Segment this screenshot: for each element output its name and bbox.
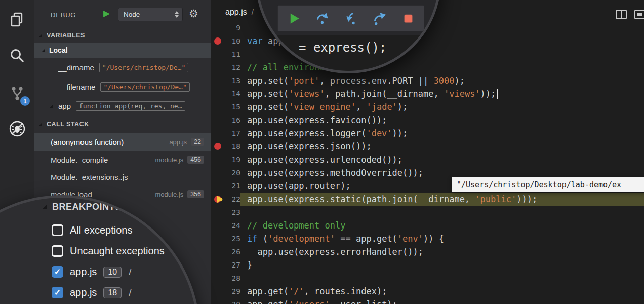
- breakpoint-checkbox[interactable]: [52, 245, 63, 257]
- code-line-content[interactable]: [240, 272, 644, 285]
- breakpoint-gutter[interactable]: [211, 179, 224, 193]
- callstack-section-header[interactable]: CALL STACK: [34, 116, 211, 133]
- code-line: 13app.set('port', process.env.PORT || 30…: [211, 74, 644, 87]
- code-token: , routes.index);: [304, 286, 387, 296]
- tab-app-js[interactable]: app.js /: [225, 8, 254, 17]
- breakpoint-gutter[interactable]: [211, 48, 224, 61]
- breakpoint-checkbox[interactable]: [52, 224, 63, 236]
- breakpoint-gutter[interactable]: [211, 21, 224, 34]
- line-number: 13: [224, 77, 240, 85]
- breakpoint-gutter[interactable]: [211, 166, 224, 179]
- debug-continue-button[interactable]: [286, 11, 301, 26]
- breakpoint-gutter[interactable]: [211, 34, 224, 48]
- breakpoint-checkbox[interactable]: [52, 266, 63, 278]
- scope-row-local[interactable]: Local: [34, 43, 211, 58]
- debug-step-into-button[interactable]: [343, 11, 358, 26]
- launch-config-dropdown[interactable]: Node: [118, 8, 183, 21]
- debug-stop-button[interactable]: [400, 11, 416, 26]
- code-token: app.use(express.favicon());: [247, 115, 387, 125]
- breakpoint-gutter[interactable]: [211, 245, 224, 258]
- breakpoint-gutter[interactable]: [211, 206, 224, 219]
- code-token: , process.env.PORT ||: [319, 75, 433, 86]
- code-line-content[interactable]: app.set('views', path.join(__dirname, 'v…: [240, 87, 644, 100]
- code-line-content[interactable]: app.set('port', process.env.PORT || 3000…: [240, 74, 644, 87]
- code-line-content[interactable]: // all environments: [240, 61, 644, 74]
- configure-gear-icon[interactable]: ⚙: [189, 8, 198, 20]
- frame-line-badge: 456: [187, 156, 204, 164]
- debug-step-out-button[interactable]: [372, 11, 387, 26]
- code-line-content[interactable]: app.use(express.favicon());: [240, 113, 644, 127]
- line-number: 24: [224, 221, 240, 230]
- code-line-content[interactable]: app.get('/', routes.index);: [240, 285, 644, 298]
- code-line-content[interactable]: // development only: [240, 219, 644, 232]
- code-token: '/users': [289, 299, 330, 304]
- code-line-content[interactable]: app.use(express.urlencoded());: [240, 153, 644, 166]
- callstack-frame[interactable]: Module._extensions..js: [34, 168, 211, 185]
- breakpoint-gutter[interactable]: [211, 100, 224, 113]
- breakpoint-gutter[interactable]: [211, 258, 224, 272]
- code-token: app.use(express.methodOverride());: [247, 168, 423, 178]
- breakpoint-gutter[interactable]: [211, 127, 224, 140]
- search-icon[interactable]: [8, 48, 26, 66]
- code-line: 15app.set('view engine', 'jade');: [211, 100, 644, 113]
- breakpoint-gutter[interactable]: [211, 140, 224, 153]
- editor-layout-icon[interactable]: [634, 10, 644, 19]
- code-line: 18app.use(express.json());: [211, 140, 644, 153]
- breakpoint-gutter[interactable]: [211, 193, 224, 206]
- code-line-content[interactable]: app.use(express.static(path.join(__dirna…: [240, 193, 644, 206]
- breakpoints-section-header[interactable]: BREAKPOINTS: [42, 202, 122, 212]
- code-line-content[interactable]: app.use(express.logger('dev'));: [240, 127, 644, 140]
- breakpoint-gutter[interactable]: [211, 272, 224, 285]
- breakpoint-gutter[interactable]: [211, 61, 224, 74]
- callstack-frame[interactable]: (anonymous function)app.js22: [34, 133, 211, 151]
- breakpoint-gutter[interactable]: [211, 74, 224, 87]
- split-editor-icon[interactable]: [616, 10, 627, 19]
- debug-icon[interactable]: [8, 120, 26, 138]
- breakpoint-item[interactable]: app.js18/: [52, 282, 165, 303]
- breakpoint-gutter[interactable]: [211, 219, 224, 232]
- breakpoint-checkbox[interactable]: [52, 287, 63, 298]
- code-line: 28: [211, 272, 644, 285]
- breakpoint-item[interactable]: Uncaught exceptions: [52, 241, 165, 261]
- breakpoint-gutter[interactable]: [211, 285, 224, 298]
- breakpoint-item[interactable]: app.js10/: [52, 261, 165, 282]
- frame-file: module.js: [155, 191, 184, 198]
- code-token: 'env': [397, 234, 423, 244]
- line-number: 27: [224, 261, 240, 269]
- frame-name: (anonymous function): [51, 138, 124, 146]
- variable-row[interactable]: appfunction app(req, res, ne…: [34, 96, 211, 116]
- code-line-content[interactable]: }: [240, 258, 644, 272]
- line-number: 10: [224, 37, 240, 45]
- code-token: app.use(app.router);: [247, 181, 351, 191]
- code-line-content[interactable]: if ('development' == app.get('env')) {: [240, 232, 644, 245]
- breakpoint-gutter[interactable]: [211, 232, 224, 245]
- callstack-frame[interactable]: Module._compilemodule.js456: [34, 151, 211, 168]
- code-line-content[interactable]: app.use(express.errorHandler());: [240, 245, 644, 258]
- frame-name: Module._extensions..js: [51, 173, 128, 181]
- breakpoint-gutter[interactable]: [211, 153, 224, 166]
- code-line-content[interactable]: app.use(express.json());: [240, 140, 644, 153]
- breakpoint-label: app.js: [70, 287, 97, 298]
- breakpoint-gutter[interactable]: [211, 87, 224, 100]
- variable-name: __filename: [58, 83, 95, 91]
- breakpoint-gutter[interactable]: [211, 113, 224, 127]
- variable-name: __dirname: [58, 63, 94, 72]
- explorer-icon[interactable]: [8, 11, 26, 29]
- code-token: 'public': [475, 194, 516, 204]
- code-line-content[interactable]: app.set('view engine', 'jade');: [240, 100, 644, 113]
- code-line-content[interactable]: app.get('/users', user.list);: [240, 298, 644, 304]
- start-debug-button[interactable]: ▶: [103, 9, 110, 19]
- code-token: 'dev': [366, 128, 392, 138]
- text-cursor: [497, 89, 498, 99]
- breakpoint-label: Uncaught exceptions: [70, 245, 165, 257]
- code-line-content[interactable]: [240, 206, 644, 219]
- variable-row[interactable]: __dirname"/Users/christop/De…": [34, 58, 211, 77]
- line-number: 14: [224, 90, 240, 98]
- expand-arrow-icon[interactable]: [50, 104, 53, 108]
- debug-step-over-button[interactable]: [315, 11, 330, 26]
- code-token: )) {: [423, 234, 444, 244]
- breakpoint-gutter[interactable]: [211, 298, 224, 304]
- variable-row[interactable]: __filename"/Users/christop/De…": [34, 77, 211, 96]
- collapse-arrow-icon: [38, 34, 42, 37]
- variables-section-header[interactable]: VARIABLES: [34, 28, 211, 43]
